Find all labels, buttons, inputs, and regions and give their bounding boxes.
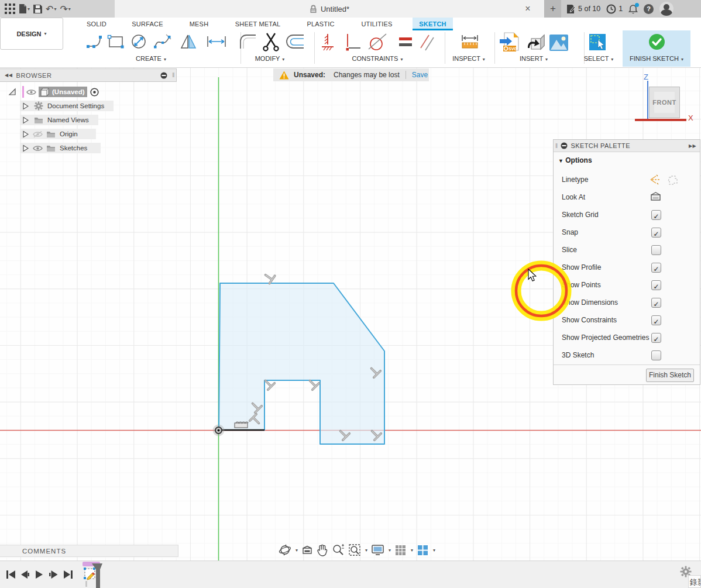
timeline-step-back-button[interactable] [20,569,30,580]
palette-resize-grip[interactable]: ‖ [555,143,558,149]
palette-display-mode-icon[interactable] [561,142,568,149]
show-profile-checkbox[interactable]: ✓ [651,263,661,273]
new-tab-button[interactable]: + [545,0,561,18]
viewcube[interactable]: FRONT [649,87,680,118]
constraint-fix-icon[interactable] [320,33,335,51]
constraint-equal-icon[interactable] [397,35,414,49]
display-settings-caret[interactable]: ▾ [389,548,391,553]
construction-linetype-icon[interactable] [650,174,661,185]
file-menu-button[interactable]: ▾ [19,4,30,14]
expand-arrow-icon[interactable] [22,130,29,138]
projected-linetype-icon[interactable] [667,174,679,185]
show-projected-geometries-checkbox[interactable]: ✓ [651,333,661,343]
grid-settings-icon[interactable] [394,544,407,556]
show-points-checkbox[interactable]: ✓ [651,280,661,290]
insert-decal-icon[interactable] [525,33,547,53]
sketch-palette-header[interactable]: ‖ SKETCH PALETTE ▶▶ [554,140,700,152]
tab-sketch[interactable]: SKETCH [413,18,453,30]
notifications-bell-button[interactable] [628,4,638,14]
browser-item-document-settings[interactable]: Document Settings [20,101,114,111]
inspect-measure-icon[interactable] [460,34,480,50]
visibility-hidden-eye-icon[interactable] [33,130,43,138]
notification-center-button[interactable]: 1 [606,4,623,14]
timeline-play-button[interactable] [34,569,44,580]
tab-surface[interactable]: SURFACE [129,18,166,30]
orbit-icon[interactable] [279,544,291,556]
show-dimensions-checkbox[interactable]: ✓ [651,298,661,308]
viewports-caret[interactable]: ▾ [433,548,435,553]
constraint-tangent-icon[interactable] [367,33,387,51]
viewports-icon[interactable] [417,544,429,556]
create-spline-icon[interactable] [153,33,172,50]
root-document-name[interactable]: (Unsaved) [52,88,85,95]
user-avatar[interactable] [659,2,673,16]
zoom-icon[interactable] [332,544,345,556]
create-mirror-icon[interactable] [180,33,197,50]
create-dimension-icon[interactable] [205,33,228,50]
pan-hand-icon[interactable] [317,544,328,556]
modify-offset-icon[interactable] [285,33,305,50]
close-tab-button[interactable]: × [521,2,534,15]
finish-sketch-button[interactable]: Finish Sketch [646,369,694,382]
timeline-go-to-start-button[interactable] [6,569,16,580]
app-grid-icon[interactable] [5,4,15,14]
browser-item-label[interactable]: Sketches [60,145,87,152]
insert-svg-icon[interactable]: SVG [499,32,521,53]
browser-item-named-views[interactable]: Named Views [20,115,98,125]
tab-utilities[interactable]: UTILITIES [356,18,398,30]
browser-root-row[interactable]: (Unsaved) [8,87,99,97]
expand-arrow-open-icon[interactable] [8,88,16,96]
insert-canvas-icon[interactable] [549,34,569,51]
palette-options-section[interactable]: ▼ Options [558,156,592,164]
browser-item-label[interactable]: Origin [60,130,78,137]
browser-collapse-icon[interactable]: ◀◀ [5,73,13,78]
look-at-icon[interactable] [650,191,661,202]
display-settings-icon[interactable] [371,544,384,556]
help-button[interactable]: ? [644,4,654,14]
expand-arrow-icon[interactable] [22,145,29,152]
show-constraints-checkbox[interactable]: ✓ [651,315,661,325]
comments-bar[interactable]: COMMENTS [0,545,178,557]
create-circle-icon[interactable] [130,33,147,50]
save-icon[interactable] [33,5,42,13]
group-finish-sketch[interactable]: FINISH SKETCH ▾ [630,55,683,62]
group-modify[interactable]: MODIFY ▾ [255,55,285,62]
browser-item-sketches[interactable]: Sketches [20,143,101,153]
expand-arrow-icon[interactable] [22,116,29,124]
modify-fillet-icon[interactable] [238,33,258,50]
expand-arrow-icon[interactable] [22,102,29,110]
activate-radio-icon[interactable] [90,88,99,97]
visibility-eye-icon[interactable] [33,145,43,152]
select-icon[interactable] [588,33,607,51]
finish-sketch-check-icon[interactable] [648,33,665,50]
redo-button[interactable]: ↷▾ [60,4,70,15]
document-tab[interactable]: Untitled* × [115,0,545,18]
group-create[interactable]: CREATE ▾ [136,55,166,62]
browser-item-origin[interactable]: Origin [20,129,96,139]
modify-trim-icon[interactable] [262,32,280,51]
save-link[interactable]: Save [412,71,428,79]
constraint-perpendicular-icon[interactable] [344,33,362,51]
snap-checkbox[interactable]: ✓ [651,228,661,238]
browser-item-label[interactable]: Named Views [47,116,89,123]
slice-checkbox[interactable] [651,245,661,255]
workspace-selector[interactable]: DESIGN▾ [0,18,63,50]
group-insert[interactable]: INSERT ▾ [520,55,548,62]
browser-display-mode-icon[interactable] [160,72,167,79]
3d-sketch-checkbox[interactable] [651,350,661,360]
job-status-button[interactable]: 5 of 10 [566,4,600,14]
fit-icon[interactable] [348,544,361,556]
tab-solid[interactable]: SOLID [81,18,112,30]
browser-resize-grip[interactable]: ‖ [172,72,175,78]
group-select[interactable]: SELECT ▾ [584,55,614,62]
orbit-caret[interactable]: ▾ [295,548,298,553]
undo-button[interactable]: ↶▾ [46,4,56,15]
look-at-nav-icon[interactable] [301,545,313,555]
create-rectangle-icon[interactable] [107,33,125,50]
tab-sheet-metal[interactable]: SHEET METAL [229,18,286,30]
visibility-eye-icon[interactable] [26,89,36,95]
sketch-grid-checkbox[interactable]: ✓ [651,210,661,220]
timeline-scrubber[interactable] [91,562,103,588]
group-inspect[interactable]: INSPECT ▾ [452,55,485,62]
tab-plastic[interactable]: PLASTIC [302,18,339,30]
